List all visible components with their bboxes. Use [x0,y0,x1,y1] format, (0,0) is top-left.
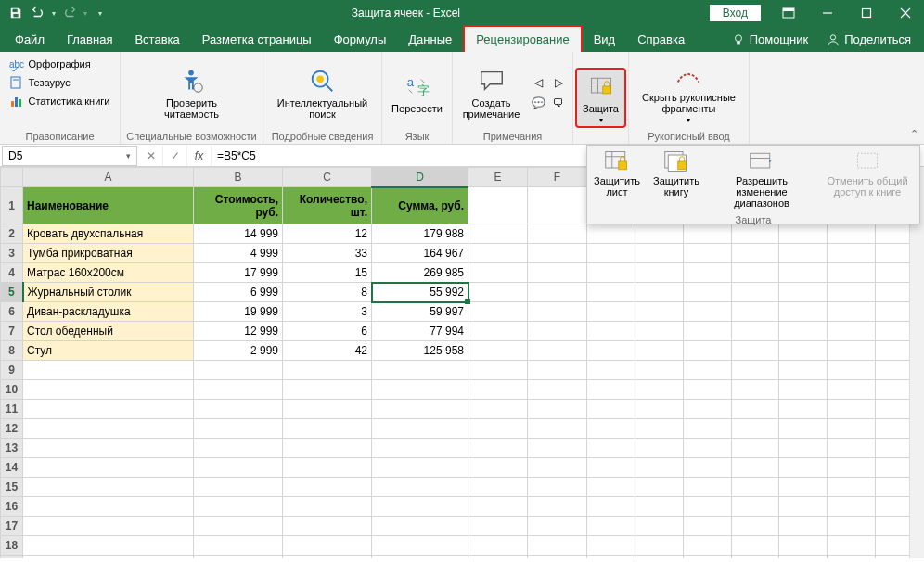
cell-B2[interactable]: 14 999 [194,224,283,244]
smart-lookup-button[interactable]: Интеллектуальный поиск [272,64,373,121]
col-B[interactable]: B [194,168,283,187]
row-11[interactable]: 11 [1,400,23,419]
col-E[interactable]: E [468,168,528,187]
cell-A4[interactable]: Матрас 160х200см [23,263,194,283]
tab-help[interactable]: Справка [626,27,696,52]
redo-icon[interactable] [61,5,78,21]
row-2[interactable]: 2 [1,224,23,244]
row-7[interactable]: 7 [1,322,23,341]
cell-C3[interactable]: 33 [283,244,372,263]
cell-B7[interactable]: 12 999 [194,322,283,341]
row-15[interactable]: 15 [1,478,23,497]
row-1[interactable]: 1 [1,187,23,224]
cell-D2[interactable]: 179 988 [372,224,468,244]
ribbon-options-icon[interactable] [770,0,807,26]
hide-ink-button[interactable]: Скрыть рукописные фрагменты▾ [636,58,741,126]
row-5[interactable]: 5 [1,283,23,302]
save-icon[interactable] [7,5,24,21]
row-12[interactable]: 12 [1,419,23,439]
cell-A5[interactable]: Журнальный столик [23,283,194,302]
col-F[interactable]: F [528,168,587,187]
cell-D1[interactable]: Сумма, руб. [372,187,468,224]
row-18[interactable]: 18 [1,536,23,556]
select-all-cell[interactable] [1,168,23,187]
cell-A7[interactable]: Стол обеденный [23,322,194,341]
cell-C7[interactable]: 6 [283,322,372,341]
next-comment-icon[interactable]: ▷ [549,73,568,92]
workbook-stats-button[interactable]: Статистика книги [7,93,111,109]
cell-C1[interactable]: Количество, шт. [283,187,372,224]
signin-button[interactable]: Вход [710,5,761,21]
undo-icon[interactable] [30,5,46,21]
cell-D6[interactable]: 59 997 [372,302,468,322]
minimize-button[interactable] [809,0,846,26]
tab-pagelayout[interactable]: Разметка страницы [191,27,323,52]
name-box-dropdown-icon[interactable]: ▾ [126,151,131,160]
spelling-button[interactable]: abcОрфография [7,56,92,72]
accept-formula-icon[interactable]: ✓ [163,146,187,166]
share-button[interactable]: Поделиться [817,27,920,52]
tab-view[interactable]: Вид [583,27,627,52]
cell-B1[interactable]: Стоимость, руб. [194,187,283,224]
cell-D3[interactable]: 164 967 [372,244,468,263]
tab-formulas[interactable]: Формулы [323,27,398,52]
redo-dropdown-icon[interactable]: ▾ [83,9,87,18]
undo-dropdown-icon[interactable]: ▾ [52,9,56,18]
name-box[interactable]: D5 ▾ [2,146,137,166]
prev-comment-icon[interactable]: ◁ [529,73,547,92]
cell-D5[interactable]: 55 992 [372,283,468,302]
new-comment-button[interactable]: Создать примечание [457,64,526,121]
row-10[interactable]: 10 [1,380,23,400]
col-A[interactable]: A [23,168,194,187]
maximize-button[interactable] [848,0,885,26]
row-16[interactable]: 16 [1,497,23,517]
tab-review[interactable]: Рецензирование [463,25,582,52]
cell-B5[interactable]: 6 999 [194,283,283,302]
protect-workbook-button[interactable]: Защитить книгу [647,146,706,212]
protect-sheet-button[interactable]: Защитить лист [587,146,647,212]
cell-C2[interactable]: 12 [283,224,372,244]
cancel-formula-icon[interactable]: ✕ [139,146,163,166]
cell-A6[interactable]: Диван-раскладушка [23,302,194,322]
row-14[interactable]: 14 [1,458,23,478]
cell-A1[interactable]: Наименование [23,187,194,224]
cell-B6[interactable]: 19 999 [194,302,283,322]
cell-D4[interactable]: 269 985 [372,263,468,283]
tab-home[interactable]: Главная [56,27,123,52]
row-9[interactable]: 9 [1,361,23,380]
tab-file[interactable]: Файл [4,27,56,52]
row-19[interactable]: 19 [1,556,23,559]
tab-insert[interactable]: Вставка [123,27,190,52]
cell-A2[interactable]: Кровать двухспальная [23,224,194,244]
cell-C5[interactable]: 8 [283,283,372,302]
cell-C6[interactable]: 3 [283,302,372,322]
translate-button[interactable]: a字 Перевести [386,70,448,116]
cell-C4[interactable]: 15 [283,263,372,283]
collapse-ribbon-icon[interactable]: ⌃ [910,128,918,140]
cell-D7[interactable]: 77 994 [372,322,468,341]
cell-C8[interactable]: 42 [283,341,372,361]
fx-icon[interactable]: fx [187,146,212,166]
row-13[interactable]: 13 [1,439,23,458]
allow-edit-ranges-button[interactable]: Разрешить изменение диапазонов [706,146,817,212]
show-all-comments-icon[interactable]: 🗨 [549,94,568,112]
cell-B8[interactable]: 2 999 [194,341,283,361]
row-8[interactable]: 8 [1,341,23,361]
check-accessibility-button[interactable]: Проверить читаемость [159,64,225,121]
cell-A3[interactable]: Тумба прикроватная [23,244,194,263]
row-4[interactable]: 4 [1,263,23,283]
cell-D8[interactable]: 125 958 [372,341,468,361]
thesaurus-button[interactable]: Тезаурус [7,74,71,91]
col-D[interactable]: D [372,168,468,187]
tab-data[interactable]: Данные [397,27,463,52]
row-3[interactable]: 3 [1,244,23,263]
row-17[interactable]: 17 [1,517,23,536]
row-6[interactable]: 6 [1,302,23,322]
close-button[interactable] [887,0,924,26]
tell-me[interactable]: Помощник [723,27,818,52]
cell-B3[interactable]: 4 999 [194,244,283,263]
cell-A8[interactable]: Стул [23,341,194,361]
show-comment-icon[interactable]: 💬 [529,94,547,112]
protect-dropdown-button[interactable]: Защита ▾ [575,68,626,128]
cell-B4[interactable]: 17 999 [194,263,283,283]
